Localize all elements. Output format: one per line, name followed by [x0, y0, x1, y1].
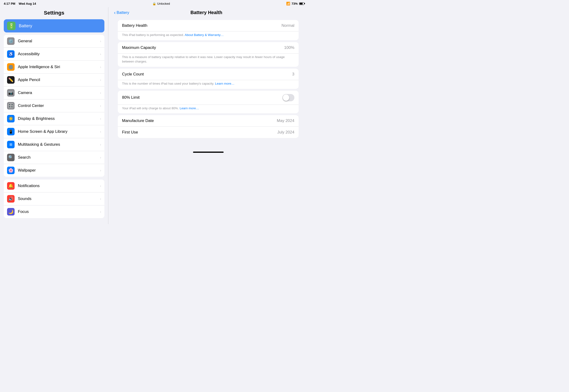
sidebar-item-apple-intelligence[interactable]: 🌀 Apple Intelligence & Siri ›: [4, 61, 104, 73]
status-right: 📶 73%: [286, 2, 304, 5]
control-center-chevron: ›: [100, 104, 101, 108]
battery-health-label: Battery Health: [122, 23, 147, 28]
general-label: General: [18, 39, 32, 43]
search-chevron: ›: [100, 155, 101, 159]
max-capacity-value: 100%: [284, 45, 294, 50]
right-panel-content: Battery Health Normal This iPad battery …: [108, 18, 308, 149]
limit-80-label: 80% Limit: [122, 95, 140, 100]
sidebar-item-multitasking[interactable]: ⊞ Multitasking & Gestures ›: [4, 138, 104, 151]
sounds-icon: 🔊: [7, 195, 14, 203]
battery-active-icon: 🔋: [7, 22, 15, 30]
home-indicator: [193, 152, 224, 153]
time-display: 4:17 PM: [4, 2, 15, 5]
sidebar-item-notifications[interactable]: 🔔 Notifications ›: [4, 180, 104, 193]
battery-outline: [299, 2, 304, 5]
limit-80-desc: Your iPad will only charge to about 80%.…: [118, 105, 299, 113]
lock-icon: 🔒: [152, 2, 156, 5]
focus-chevron: ›: [100, 210, 101, 214]
status-bar: 4:17 PM Wed Aug 14 🔒 Unlocked 📶 73%: [0, 0, 308, 7]
right-panel-title: Battery Health: [129, 10, 284, 15]
apple-intelligence-label: Apple Intelligence & Siri: [18, 65, 60, 69]
manufacture-date-value: May 2024: [277, 118, 294, 123]
sidebar: Settings 🔋 Battery ⚙️ General › ♿ Access…: [0, 7, 108, 224]
right-panel-header: ‹ Battery Battery Health: [108, 7, 308, 18]
date-display: Wed Aug 14: [19, 2, 36, 5]
limit-80-desc-text: Your iPad will only charge to about 80%.: [122, 106, 179, 110]
back-chevron-icon: ‹: [114, 10, 116, 15]
sidebar-item-battery-active[interactable]: 🔋 Battery: [4, 19, 104, 32]
cycle-count-value: 3: [292, 72, 294, 77]
sidebar-title: Settings: [4, 7, 104, 19]
cycle-count-card: Cycle Count 3 This is the number of time…: [118, 69, 299, 89]
sounds-chevron: ›: [100, 197, 101, 201]
control-center-icon: 🎛️: [7, 102, 14, 110]
first-use-value: July 2024: [277, 130, 294, 135]
first-use-row: First Use July 2024: [118, 127, 299, 138]
sidebar-item-general[interactable]: ⚙️ General ›: [4, 35, 104, 48]
cycle-count-learn-more-link[interactable]: Learn more…: [215, 82, 235, 85]
accessibility-label: Accessibility: [18, 52, 40, 56]
battery-health-desc: This iPad battery is performing as expec…: [118, 31, 299, 40]
back-label: Battery: [117, 10, 129, 15]
max-capacity-label: Maximum Capacity: [122, 45, 156, 50]
main-content: Settings 🔋 Battery ⚙️ General › ♿ Access…: [0, 7, 308, 224]
battery-health-value: Normal: [282, 23, 294, 28]
first-use-label: First Use: [122, 130, 138, 135]
cycle-count-label: Cycle Count: [122, 72, 144, 77]
apple-intelligence-chevron: ›: [100, 65, 101, 69]
battery-health-desc-text: This iPad battery is performing as expec…: [122, 33, 184, 37]
sidebar-item-display-brightness[interactable]: ☀️ Display & Brightness ›: [4, 112, 104, 125]
sidebar-item-accessibility[interactable]: ♿ Accessibility ›: [4, 48, 104, 61]
sidebar-item-home-screen[interactable]: 📱 Home Screen & App Library ›: [4, 125, 104, 138]
general-chevron: ›: [100, 39, 101, 43]
accessibility-chevron: ›: [100, 52, 101, 56]
sidebar-item-control-center[interactable]: 🎛️ Control Center ›: [4, 99, 104, 112]
apple-pencil-chevron: ›: [100, 78, 101, 82]
notifications-icon: 🔔: [7, 182, 14, 190]
max-capacity-card: Maximum Capacity 100% This is a measure …: [118, 42, 299, 67]
notifications-chevron: ›: [100, 184, 101, 188]
right-panel: ‹ Battery Battery Health Battery Health …: [108, 7, 308, 224]
general-icon: ⚙️: [7, 37, 14, 45]
cycle-count-row: Cycle Count 3: [118, 69, 299, 80]
cycle-count-desc: This is the number of times iPad has use…: [118, 80, 299, 89]
apple-intelligence-icon: 🌀: [7, 63, 14, 71]
cycle-count-desc-text: This is the number of times iPad has use…: [122, 82, 214, 85]
battery-health-card: Battery Health Normal This iPad battery …: [118, 20, 299, 40]
search-icon: 🔍: [7, 154, 14, 161]
wifi-icon: 📶: [286, 2, 290, 5]
wallpaper-icon: 🌸: [7, 167, 14, 174]
battery-health-row: Battery Health Normal: [118, 20, 299, 31]
max-capacity-desc: This is a measure of battery capacity re…: [118, 54, 299, 67]
sidebar-group-1: ⚙️ General › ♿ Accessibility › 🌀 Apple I…: [4, 35, 104, 177]
camera-label: Camera: [18, 90, 32, 95]
battery-percent: 73%: [292, 2, 298, 5]
manufacture-date-row: Manufacture Date May 2024: [118, 115, 299, 127]
camera-icon: 📷: [7, 89, 14, 97]
max-capacity-row: Maximum Capacity 100%: [118, 42, 299, 54]
limit-80-toggle[interactable]: [282, 94, 294, 101]
status-center: 🔒 Unlocked: [152, 2, 170, 5]
sidebar-group-2: 🔔 Notifications › 🔊 Sounds › 🌙 Focus ›: [4, 180, 104, 218]
focus-icon: 🌙: [7, 208, 14, 215]
apple-pencil-icon: ✏️: [7, 76, 14, 84]
manufacture-date-label: Manufacture Date: [122, 118, 154, 123]
back-button[interactable]: ‹ Battery: [114, 10, 129, 15]
home-screen-icon: 📱: [7, 128, 14, 135]
sidebar-item-sounds[interactable]: 🔊 Sounds ›: [4, 193, 104, 205]
sidebar-item-wallpaper[interactable]: 🌸 Wallpaper ›: [4, 164, 104, 177]
multitasking-label: Multitasking & Gestures: [18, 142, 60, 147]
sidebar-item-search[interactable]: 🔍 Search ›: [4, 151, 104, 164]
battery-active-label: Battery: [19, 24, 32, 28]
accessibility-icon: ♿: [7, 50, 14, 58]
home-screen-label: Home Screen & App Library: [18, 129, 68, 134]
limit-80-learn-more-link[interactable]: Learn more…: [180, 106, 199, 110]
control-center-label: Control Center: [18, 103, 44, 108]
sidebar-item-camera[interactable]: 📷 Camera ›: [4, 86, 104, 99]
wallpaper-label: Wallpaper: [18, 168, 36, 173]
sidebar-item-apple-pencil[interactable]: ✏️ Apple Pencil ›: [4, 73, 104, 86]
camera-chevron: ›: [100, 91, 101, 95]
sidebar-item-focus[interactable]: 🌙 Focus ›: [4, 205, 104, 218]
manufacture-dates-card: Manufacture Date May 2024 First Use July…: [118, 115, 299, 138]
battery-warranty-link[interactable]: About Battery & Warranty…: [185, 33, 224, 37]
